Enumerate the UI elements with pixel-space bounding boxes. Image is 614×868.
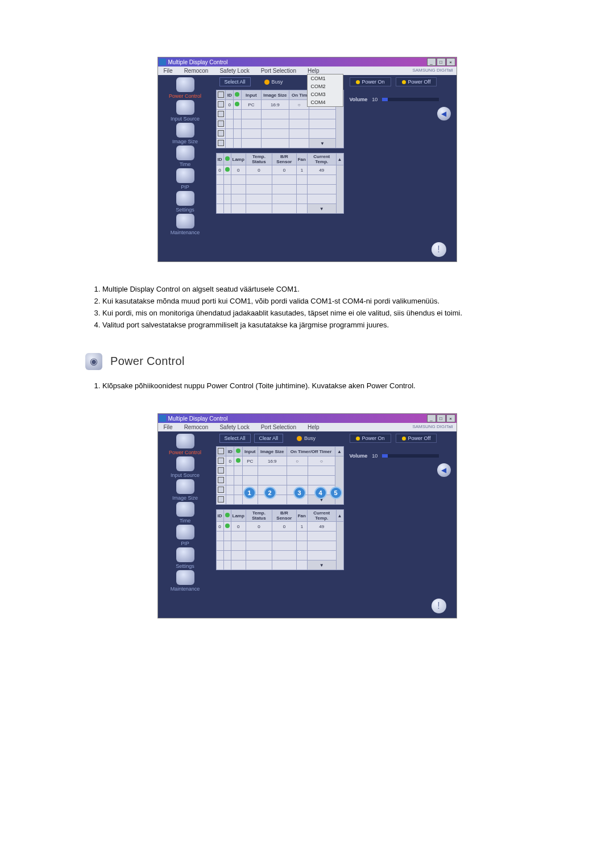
- scroll-down-icon[interactable]: ▼: [309, 139, 336, 148]
- sidebar-item-pip[interactable]: PIP: [159, 168, 211, 190]
- sidebar-item-maintenance[interactable]: Maintenance: [159, 570, 211, 592]
- volume-label: Volume: [350, 453, 368, 459]
- sidebar-item-image-size[interactable]: Image Size: [159, 123, 211, 144]
- window-title: Multiple Display Control: [168, 416, 427, 422]
- row-checkbox[interactable]: [218, 458, 224, 464]
- note-item: Kui pordi, mis on monitoriga ühendatud j…: [102, 309, 574, 318]
- scrollbar[interactable]: [336, 165, 343, 214]
- callout-2: 2: [264, 487, 276, 499]
- power-control-icon: [176, 77, 194, 92]
- minimize-icon[interactable]: _: [427, 414, 436, 422]
- titlebar[interactable]: Multiple Display Control _ □ ×: [158, 414, 457, 423]
- minimize-icon[interactable]: _: [427, 58, 436, 66]
- volume-slider[interactable]: [382, 98, 439, 101]
- power-control-section-icon: ◉: [85, 353, 102, 370]
- scroll-up-icon[interactable]: ▲: [335, 447, 343, 456]
- volume-knob[interactable]: ◀: [437, 463, 451, 477]
- col-id: ID: [226, 90, 234, 100]
- menu-safety-lock[interactable]: Safety Lock: [214, 67, 255, 75]
- menu-port-selection[interactable]: Port Selection: [255, 67, 302, 75]
- notes-list-1: Multiple Display Control on algselt seat…: [91, 285, 574, 330]
- power-on-button[interactable]: Power On: [350, 77, 391, 86]
- settings-icon: [176, 191, 194, 206]
- sidebar-item-power-control[interactable]: Power Control: [159, 434, 211, 455]
- select-all-button[interactable]: Select All: [219, 434, 251, 443]
- menu-file[interactable]: File: [158, 67, 179, 75]
- notes-list-2: Klõpsake põhiikoonidest nuppu Power Cont…: [91, 381, 574, 391]
- app-icon: [159, 59, 166, 65]
- row-checkbox[interactable]: [218, 101, 224, 107]
- sidebar-item-pip[interactable]: PIP: [159, 525, 211, 546]
- sidebar-item-time[interactable]: Time: [159, 502, 211, 524]
- busy-label: Busy: [272, 79, 283, 85]
- sidebar-item-power-control[interactable]: Power Control: [159, 77, 211, 99]
- sidebar-item-image-size[interactable]: Image Size: [159, 479, 211, 501]
- menu-safety-lock[interactable]: Safety Lock: [214, 423, 255, 431]
- sidebar: Power Control Input Source Image Size Ti…: [158, 431, 213, 594]
- power-off-button[interactable]: Power Off: [396, 434, 437, 443]
- volume-value: 10: [372, 453, 377, 459]
- menu-port-selection[interactable]: Port Selection: [255, 423, 302, 431]
- close-icon[interactable]: ×: [446, 414, 455, 422]
- scrollbar[interactable]: [335, 100, 343, 148]
- power-on-button[interactable]: Power On: [350, 434, 391, 443]
- dropdown-item-com3[interactable]: COM3: [308, 90, 343, 98]
- menu-file[interactable]: File: [158, 423, 179, 431]
- clear-all-button[interactable]: Clear All: [254, 434, 284, 443]
- callout-3: 3: [293, 487, 306, 499]
- volume-value: 10: [372, 97, 377, 102]
- maximize-icon[interactable]: □: [437, 414, 446, 422]
- dropdown-item-com1[interactable]: COM1: [308, 74, 343, 82]
- col-input: Input: [241, 90, 261, 100]
- busy-led-icon: [264, 80, 269, 85]
- callout-5: 5: [330, 487, 342, 499]
- col-image-size: Image Size: [261, 90, 289, 100]
- scroll-down-icon[interactable]: ▼: [307, 204, 336, 214]
- titlebar[interactable]: Multiple Display Control _ □ ×: [158, 57, 457, 67]
- section-header: ◉ Power Control: [85, 353, 574, 370]
- sidebar: Power Control Input Source Image Size Ti…: [158, 75, 213, 238]
- info-icon[interactable]: !: [432, 599, 446, 613]
- menu-help[interactable]: Help: [302, 423, 325, 431]
- volume-slider[interactable]: [382, 454, 439, 458]
- control-panel: Power On Power Off Volume 10 ◀: [347, 75, 453, 238]
- sidebar-item-maintenance[interactable]: Maintenance: [159, 214, 211, 235]
- sidebar-item-settings[interactable]: Settings: [159, 191, 211, 213]
- select-all-button[interactable]: Select All: [219, 77, 251, 86]
- branding: SAMSUNG DIGITall: [409, 423, 456, 431]
- volume-label: Volume: [350, 97, 368, 102]
- busy-led-icon: [297, 436, 302, 441]
- note-item: Kui kasutatakse mõnda muud porti kui COM…: [102, 297, 574, 306]
- maximize-icon[interactable]: □: [437, 58, 446, 66]
- col-status: [234, 90, 242, 100]
- port-dropdown[interactable]: COM1 COM2 COM3 COM4: [307, 74, 343, 107]
- input-source-icon: [176, 100, 194, 115]
- sidebar-item-input-source[interactable]: Input Source: [159, 100, 211, 122]
- close-icon[interactable]: ×: [446, 58, 455, 66]
- busy-label: Busy: [304, 435, 316, 441]
- sensor-table: ID Lamp Temp. Status B/R Sensor Fan Curr…: [216, 153, 344, 214]
- menu-remocon[interactable]: Remocon: [179, 423, 214, 431]
- dropdown-item-com2[interactable]: COM2: [308, 82, 343, 90]
- menu-remocon[interactable]: Remocon: [179, 67, 214, 75]
- sensor-table: ID Lamp Temp. Status B/R Sensor Fan Curr…: [216, 509, 344, 570]
- info-icon[interactable]: !: [432, 242, 446, 257]
- sidebar-item-time[interactable]: Time: [159, 146, 211, 167]
- time-icon: [176, 146, 194, 160]
- pip-icon: [176, 168, 194, 183]
- bulb-icon: [356, 80, 360, 84]
- scroll-up-icon[interactable]: ▲: [336, 153, 343, 165]
- callout-4: 4: [314, 487, 327, 499]
- window-title: Multiple Display Control: [168, 59, 427, 65]
- sidebar-item-settings[interactable]: Settings: [159, 547, 211, 569]
- sidebar-item-input-source[interactable]: Input Source: [159, 456, 211, 478]
- volume-knob[interactable]: ◀: [437, 107, 451, 121]
- note-item: Multiple Display Control on algselt seat…: [102, 285, 574, 294]
- note-item: Valitud port salvestatakse programmilise…: [102, 321, 574, 330]
- app-icon: [159, 415, 166, 422]
- image-size-icon: [176, 123, 194, 138]
- note-item: Klõpsake põhiikoonidest nuppu Power Cont…: [102, 381, 574, 391]
- dropdown-item-com4[interactable]: COM4: [308, 98, 343, 106]
- power-off-button[interactable]: Power Off: [396, 77, 437, 86]
- callout-1: 1: [243, 487, 256, 499]
